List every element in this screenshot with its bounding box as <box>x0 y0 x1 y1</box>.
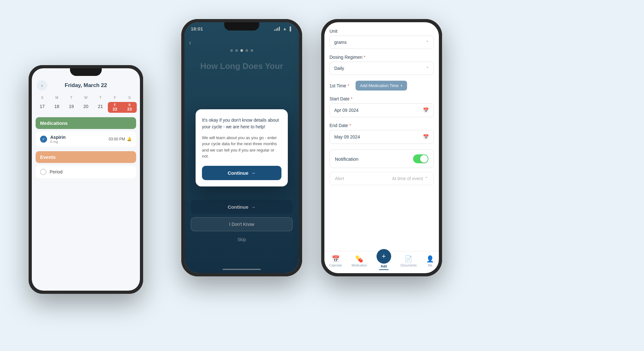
add-nav-active-line <box>379 269 389 270</box>
calendar-nav-icon: 📅 <box>332 255 340 263</box>
add-time-plus-icon: + <box>400 83 403 88</box>
calendar-title: Friday, March 22 <box>50 82 121 89</box>
modal-primary-text: It's okay if you don't know details abou… <box>202 117 281 130</box>
calendar-nav-label: Calendar <box>329 264 342 267</box>
medication-check-icon: ✓ <box>40 136 47 143</box>
calendar-screen: ‹ Friday, March 22 S M T W T F S 17 18 1… <box>32 68 140 291</box>
dosing-required-indicator: * <box>364 55 365 60</box>
dosing-select-arrow-icon: ⌃ <box>426 66 429 71</box>
medication-nav-label: Medication <box>351 264 367 267</box>
dosing-select[interactable]: Daily ⌃ <box>329 62 434 75</box>
start-date-input[interactable]: Apr 09 2024 📅 <box>329 103 434 117</box>
modal-card: It's okay if you don't know details abou… <box>196 109 288 186</box>
dow-sat: S <box>122 94 137 101</box>
dosing-value: Daily <box>334 66 344 71</box>
documents-nav-label: Documents <box>401 264 417 267</box>
calendar-week-days: 17 18 19 20 21 F 22 S 23 <box>32 102 140 113</box>
cal-day-22[interactable]: F 22 <box>108 102 122 113</box>
phone-left-notch <box>70 68 102 76</box>
alarm-icon: 🔔 <box>127 137 132 141</box>
phone-center: 18:01 ▲ ▌ ‹ <box>181 19 302 276</box>
calendar-back-button[interactable]: ‹ <box>37 80 47 91</box>
dosing-label: Dosing Regimen * <box>329 55 434 60</box>
modal-continue-button[interactable]: Continue → <box>202 166 281 180</box>
documents-nav-icon: 📄 <box>405 255 412 263</box>
cal-day-19[interactable]: 19 <box>64 102 79 113</box>
phone-left: ‹ Friday, March 22 S M T W T F S 17 18 1… <box>29 65 143 294</box>
nav-add[interactable]: + Add <box>377 252 391 270</box>
phone-right: Unit grams ⌃ Dosing Regimen * Daily ⌃ <box>321 19 442 276</box>
nav-medication[interactable]: 💊 Medication <box>351 255 367 267</box>
phone-right-screen: Unit grams ⌃ Dosing Regimen * Daily ⌃ <box>324 22 439 273</box>
cal-day-17[interactable]: 17 <box>35 102 50 113</box>
bottom-navigation: 📅 Calendar 💊 Medication + Add 📄 Document… <box>324 251 439 273</box>
nav-calendar[interactable]: 📅 Calendar <box>329 255 342 267</box>
unit-select-arrow-icon: ⌃ <box>426 40 429 44</box>
medication-info: Aspirin 0 mg <box>50 135 66 144</box>
aspirin-medication-item: ✓ Aspirin 0 mg 03:00 PM 🔔 <box>36 132 136 147</box>
event-circle-icon <box>40 169 46 175</box>
event-label: Period <box>50 169 62 174</box>
unit-value: grams <box>334 40 347 45</box>
medications-section-header: Medications <box>36 117 136 129</box>
modal-overlay: It's okay if you don't know details abou… <box>184 22 299 273</box>
cal-day-18[interactable]: 18 <box>50 102 64 113</box>
alert-value: At time of event ⌃ <box>392 176 428 181</box>
toggle-knob <box>420 155 428 163</box>
modal-continue-arrow-icon: → <box>251 170 256 176</box>
alert-arrow-icon: ⌃ <box>425 176 428 181</box>
form-content: Unit grams ⌃ Dosing Regimen * Daily ⌃ <box>324 22 439 251</box>
alert-label: Alert <box>335 176 344 181</box>
unit-field-group: Unit grams ⌃ <box>329 29 434 49</box>
dow-mon: M <box>50 94 64 101</box>
add-medication-time-button[interactable]: Add Medication Time + <box>356 81 407 91</box>
phone-left-screen: ‹ Friday, March 22 S M T W T F S 17 18 1… <box>32 68 140 291</box>
medication-dose: 0 mg <box>50 140 66 144</box>
start-date-value: Apr 09 2024 <box>334 108 358 113</box>
dow-tue: T <box>64 94 79 101</box>
unit-label: Unit <box>329 29 434 34</box>
cal-day-23[interactable]: S 23 <box>122 102 137 113</box>
phone-center-screen: 18:01 ▲ ▌ ‹ <box>184 22 299 273</box>
dow-fri: F <box>108 94 122 101</box>
notification-label: Notification <box>335 156 358 162</box>
me-nav-label: Me <box>428 264 433 267</box>
cal-day-21[interactable]: 21 <box>93 102 108 113</box>
alert-row[interactable]: Alert At time of event ⌃ <box>329 172 434 185</box>
medication-name: Aspirin <box>50 135 66 140</box>
calendar-header: ‹ Friday, March 22 <box>32 78 140 94</box>
cal-day-20[interactable]: 20 <box>79 102 93 113</box>
add-nav-label: Add <box>381 265 387 268</box>
calendar-week-header: S M T W T F S <box>32 94 140 101</box>
dow-thu: T <box>93 94 108 101</box>
add-nav-button[interactable]: + <box>377 249 391 264</box>
end-date-value: May 09 2024 <box>334 134 360 139</box>
end-date-input[interactable]: May 09 2024 📅 <box>329 130 434 144</box>
start-date-field-group: Start Date * Apr 09 2024 📅 <box>329 96 434 117</box>
center-screen: 18:01 ▲ ▌ ‹ <box>184 22 299 273</box>
start-date-calendar-icon: 📅 <box>423 107 429 113</box>
end-date-calendar-icon: 📅 <box>423 134 429 140</box>
dow-wed: W <box>79 94 93 101</box>
end-date-field-group: End Date * May 09 2024 📅 <box>329 123 434 144</box>
end-date-label: End Date * <box>329 123 434 128</box>
notification-toggle[interactable] <box>413 154 428 163</box>
medication-time: 03:00 PM 🔔 <box>109 137 132 141</box>
medication-nav-icon: 💊 <box>355 255 363 263</box>
first-time-row: 1st Time * Add Medication Time + <box>329 81 434 91</box>
me-nav-icon: 👤 <box>426 255 434 263</box>
dosing-field-group: Dosing Regimen * Daily ⌃ <box>329 55 434 75</box>
events-section-header: Events <box>36 151 136 163</box>
modal-secondary-text: We will learn about you as you go - ente… <box>202 135 281 159</box>
dow-sun: S <box>35 94 50 101</box>
nav-me[interactable]: 👤 Me <box>426 255 434 267</box>
start-date-label: Start Date * <box>329 96 434 101</box>
first-time-label: 1st Time * <box>329 83 352 88</box>
unit-select[interactable]: grams ⌃ <box>329 36 434 49</box>
nav-documents[interactable]: 📄 Documents <box>401 255 417 267</box>
right-form-screen: Unit grams ⌃ Dosing Regimen * Daily ⌃ <box>324 22 439 273</box>
period-event-item: Period <box>36 165 136 178</box>
notification-row: Notification <box>329 150 434 168</box>
